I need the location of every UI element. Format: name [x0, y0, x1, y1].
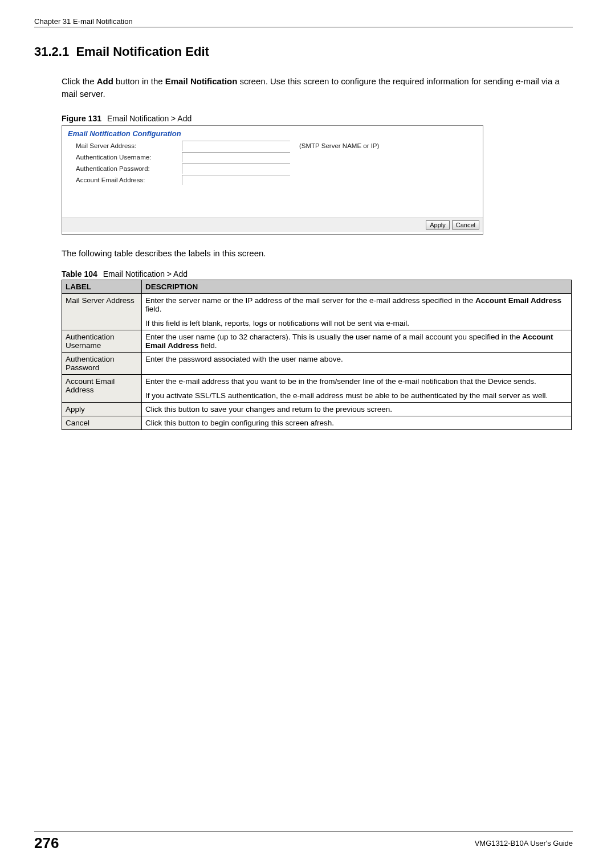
figure-caption: Figure 131Email Notification > Add	[62, 114, 573, 123]
label-mail-server: Mail Server Address:	[68, 142, 182, 149]
table-row: Cancel Click this button to begin config…	[62, 416, 572, 429]
cell-label: Authentication Password	[62, 352, 142, 374]
after-figure-text: The following table describes the labels…	[62, 248, 573, 258]
guide-title: VMG1312-B10A User's Guide	[475, 839, 573, 847]
cell-label: Mail Server Address	[62, 293, 142, 330]
hint-mail-server: (SMTP Server NAME or IP)	[299, 142, 379, 149]
chapter-label: Chapter 31 E-mail Notification	[34, 17, 133, 26]
page-footer: 276 VMG1312-B10A User's Guide	[0, 832, 607, 852]
header-rule	[34, 27, 573, 27]
apply-button[interactable]: Apply	[426, 220, 450, 230]
cell-desc: Click this button to save your changes a…	[142, 402, 572, 416]
label-auth-pass: Authentication Password:	[68, 165, 182, 172]
cancel-button[interactable]: Cancel	[452, 220, 479, 230]
row-auth-pass: Authentication Password:	[62, 163, 483, 174]
input-auth-user[interactable]	[182, 152, 290, 162]
cell-label: Cancel	[62, 416, 142, 429]
th-label: LABEL	[62, 280, 142, 293]
screenshot-button-bar: Apply Cancel	[62, 218, 483, 232]
table-row: Mail Server Address Enter the server nam…	[62, 293, 572, 330]
input-acct-email[interactable]	[182, 175, 290, 185]
input-mail-server[interactable]	[182, 141, 290, 151]
table-row: Authentication Username Enter the user n…	[62, 330, 572, 352]
cell-label: Account Email Address	[62, 374, 142, 402]
intro-paragraph: Click the Add button in the Email Notifi…	[62, 75, 573, 100]
screenshot-panel: Email Notification Configuration Mail Se…	[62, 125, 483, 235]
table-caption: Table 104Email Notification > Add	[62, 269, 573, 279]
input-auth-pass[interactable]	[182, 163, 290, 174]
description-table: LABEL DESCRIPTION Mail Server Address En…	[62, 280, 572, 430]
page-number: 276	[34, 834, 59, 852]
section-heading: 31.2.1 Email Notification Edit	[34, 44, 573, 59]
label-auth-user: Authentication Username:	[68, 154, 182, 161]
footer-rule	[34, 832, 573, 832]
label-acct-email: Account Email Address:	[68, 177, 182, 183]
th-description: DESCRIPTION	[142, 280, 572, 293]
screenshot-title: Email Notification Configuration	[62, 129, 483, 140]
table-row: Apply Click this button to save your cha…	[62, 402, 572, 416]
cell-label: Apply	[62, 402, 142, 416]
cell-desc: Enter the password associated with the u…	[142, 352, 572, 374]
cell-desc: Click this button to begin configuring t…	[142, 416, 572, 429]
section-number: 31.2.1	[34, 44, 69, 59]
cell-label: Authentication Username	[62, 330, 142, 352]
cell-desc: Enter the server name or the IP address …	[142, 293, 572, 330]
table-row: Account Email Address Enter the e-mail a…	[62, 374, 572, 402]
row-auth-user: Authentication Username:	[62, 152, 483, 163]
section-title: Email Notification Edit	[76, 44, 209, 59]
cell-desc: Enter the e-mail address that you want t…	[142, 374, 572, 402]
row-acct-email: Account Email Address:	[62, 174, 483, 186]
table-row: Authentication Password Enter the passwo…	[62, 352, 572, 374]
row-mail-server: Mail Server Address: (SMTP Server NAME o…	[62, 140, 483, 152]
cell-desc: Enter the user name (up to 32 characters…	[142, 330, 572, 352]
